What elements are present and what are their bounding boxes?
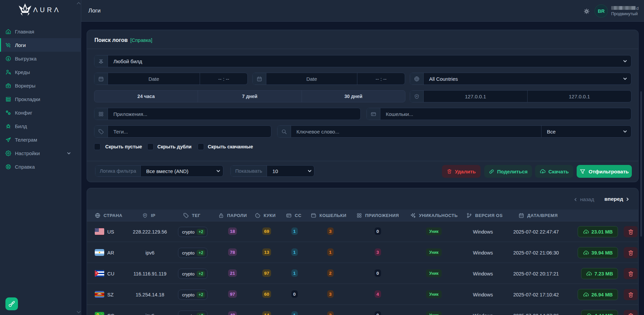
svg-text:IP: IP xyxy=(144,214,146,216)
svg-text:IP: IP xyxy=(416,95,418,97)
